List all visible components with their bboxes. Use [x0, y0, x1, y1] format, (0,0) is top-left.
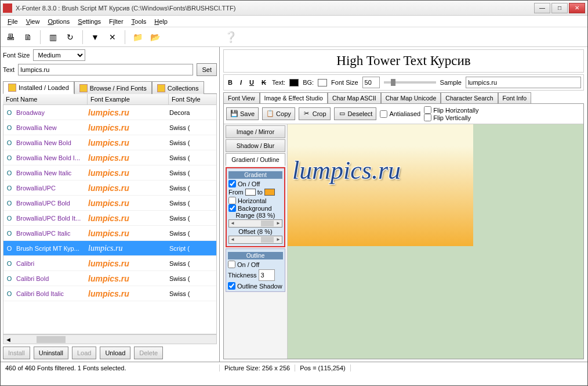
bg-color-swatch[interactable] [318, 79, 327, 86]
folder-icon[interactable]: 📁 [131, 31, 144, 44]
menu-help[interactable]: Help [151, 17, 171, 26]
delete-button[interactable]: Delete [134, 347, 163, 359]
font-name: Broadway [15, 109, 88, 116]
close-button[interactable]: ✕ [569, 3, 585, 13]
sidetab-image[interactable]: Image / Mirror [226, 125, 285, 138]
filter-clear-icon[interactable]: ✕ [106, 31, 119, 44]
table-row[interactable]: OBrowalliaUPClumpics.ruSwiss ( [3, 181, 216, 196]
deselect-button[interactable]: ▭Deselect [334, 107, 377, 120]
offset-slider[interactable]: ◄► [228, 236, 282, 244]
gradient-to-swatch[interactable] [264, 189, 275, 196]
print-icon[interactable]: 🖶 [4, 31, 17, 44]
flipv-check[interactable]: Flip Vertically [424, 114, 478, 121]
col-fontname[interactable]: Font Name [3, 94, 88, 104]
sidetab-gradient[interactable]: Gradient / Outline [226, 153, 285, 166]
minimize-button[interactable]: — [534, 3, 550, 13]
font-name: Calibri Bold Italic [15, 290, 88, 297]
italic-button[interactable]: I [238, 79, 244, 86]
outline-shadow-check[interactable]: Outline Shadow [228, 282, 283, 290]
table-row[interactable]: OBrowalliaUPC Boldlumpics.ruSwiss ( [3, 196, 216, 211]
font-name: Brush Script MT Кур... [15, 245, 88, 252]
font-type-icon: O [3, 200, 15, 207]
thickness-spinner[interactable] [259, 269, 275, 281]
load-button[interactable]: Load [72, 347, 96, 359]
text-label: Text [3, 66, 14, 73]
tab-fontinfo[interactable]: Font Info [498, 92, 531, 103]
titlebar: X-Fonter 8.3.0 : Brush Script MT Курсив … [1, 1, 587, 16]
tab-installed[interactable]: Installed / Loaded [3, 81, 74, 94]
table-row[interactable]: OBrowallia New Boldlumpics.ruSwiss ( [3, 135, 216, 150]
sample-input[interactable] [466, 77, 581, 88]
table-row[interactable]: OBrowallia Newlumpics.ruSwiss ( [3, 120, 216, 135]
gradient-onoff[interactable]: On / Off [228, 180, 282, 187]
fontsize-slider[interactable] [384, 81, 436, 84]
set-button[interactable]: Set [197, 63, 217, 76]
install-button[interactable]: Install [3, 347, 30, 359]
table-row[interactable]: OBrush Script MT Кур...lumpics.ruScript … [3, 241, 216, 256]
menu-file[interactable]: File [4, 17, 21, 26]
columns-icon[interactable]: ▥ [46, 31, 59, 44]
outline-onoff[interactable]: On / Off [228, 261, 283, 268]
uninstall-button[interactable]: Uninstall [34, 347, 68, 359]
menu-settings[interactable]: Settings [74, 17, 104, 26]
canvas[interactable]: lumpics.ru [288, 124, 583, 359]
font-style: Swiss ( [169, 185, 216, 192]
maximize-button[interactable]: □ [551, 3, 568, 13]
table-row[interactable]: OBrowallia New Italiclumpics.ruSwiss ( [3, 165, 216, 181]
bold-button[interactable]: B [226, 79, 234, 86]
sample-text-input[interactable] [18, 64, 193, 75]
col-fontstyle[interactable]: Font Style [169, 94, 217, 104]
tab-imageeffect[interactable]: Image & Effect Studio [260, 92, 328, 103]
copy-button[interactable]: 📋Copy [262, 107, 295, 120]
hscrollbar[interactable]: ◄ [3, 334, 217, 344]
col-fontexample[interactable]: Font Example [88, 94, 169, 104]
table-row[interactable]: OCalibrilumpics.ruSwiss ( [3, 256, 216, 271]
refresh-icon[interactable]: ↻ [64, 31, 77, 44]
table-row[interactable]: OBrowallia New Bold I...lumpics.ruSwiss … [3, 150, 216, 165]
font-list[interactable]: OBroadwaylumpics.ruDecoraOBrowallia Newl… [3, 105, 217, 334]
sidetab-shadow[interactable]: Shadow / Blur [226, 139, 285, 152]
font-style: Script ( [169, 245, 216, 252]
crop-button[interactable]: ✂Crop [299, 107, 331, 120]
font-example: lumpics.ru [88, 289, 169, 298]
tab-charmap-ascii[interactable]: Char Map ASCII [328, 92, 381, 103]
fontsize-spinner[interactable] [362, 77, 380, 88]
table-row[interactable]: OBrowalliaUPC Italiclumpics.ruSwiss ( [3, 226, 216, 241]
strike-button[interactable]: K [260, 79, 268, 86]
menu-tools[interactable]: Tools [128, 17, 150, 26]
gradient-from-swatch[interactable] [245, 189, 256, 196]
tab-browse[interactable]: Browse / Find Fonts [74, 81, 152, 94]
tab-charsearch[interactable]: Character Search [441, 92, 498, 103]
font-name: Browallia New Bold [15, 139, 88, 146]
menubar: File View Options Settings Filter Tools … [1, 16, 587, 27]
font-type-icon: O [3, 185, 15, 192]
menu-options[interactable]: Options [44, 17, 73, 26]
underline-button[interactable]: U [248, 79, 256, 86]
tab-collections[interactable]: Collections [152, 81, 204, 94]
tab-fontview[interactable]: Font View [223, 92, 260, 103]
range-slider[interactable]: ◄► [228, 219, 282, 228]
antialiased-check[interactable]: Antialiased [380, 110, 420, 118]
tab-charmap-unicode[interactable]: Char Map Unicode [381, 92, 441, 103]
help-icon[interactable]: ❔ [224, 31, 237, 44]
table-row[interactable]: OBroadwaylumpics.ruDecora [3, 105, 216, 120]
table-row[interactable]: OBrowalliaUPC Bold It...lumpics.ruSwiss … [3, 211, 216, 226]
background-check[interactable]: Background [228, 204, 282, 212]
font-type-icon: O [3, 290, 15, 297]
menu-filter[interactable]: Filter [106, 17, 126, 26]
fontsize-select[interactable]: Medium [33, 49, 85, 61]
text-color-swatch[interactable] [289, 79, 299, 86]
font-type-icon: O [3, 154, 15, 161]
folder-open-icon[interactable]: 📂 [148, 31, 161, 44]
table-row[interactable]: OCalibri Boldlumpics.ruSwiss ( [3, 271, 216, 286]
fliph-check[interactable]: Flip Horizontally [424, 106, 478, 114]
horizontal-check[interactable]: Horizontal [228, 197, 282, 204]
menu-view[interactable]: View [23, 17, 43, 26]
table-row[interactable]: OCalibri Bold Italiclumpics.ruSwiss ( [3, 286, 216, 301]
sample-label: Sample [440, 79, 462, 86]
filter-icon[interactable]: ▼ [89, 31, 101, 44]
unload-button[interactable]: Unload [100, 347, 130, 359]
preview-icon[interactable]: 🗎 [21, 31, 34, 44]
font-style: Decora [169, 109, 216, 116]
save-button[interactable]: 💾Save [226, 107, 259, 120]
